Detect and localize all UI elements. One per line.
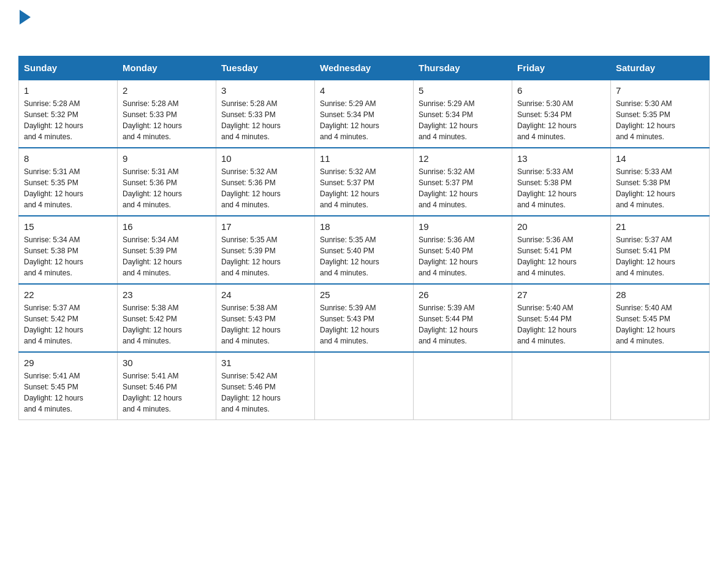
day-info: Sunrise: 5:35 AMSunset: 5:40 PMDaylight:… xyxy=(320,236,379,277)
day-info: Sunrise: 5:32 AMSunset: 5:37 PMDaylight:… xyxy=(320,167,379,209)
calendar-cell: 9 Sunrise: 5:31 AMSunset: 5:36 PMDayligh… xyxy=(118,148,216,216)
day-info: Sunrise: 5:36 AMSunset: 5:41 PMDaylight:… xyxy=(517,236,577,277)
day-info: Sunrise: 5:38 AMSunset: 5:42 PMDaylight:… xyxy=(123,304,182,345)
calendar-cell: 24 Sunrise: 5:38 AMSunset: 5:43 PMDaylig… xyxy=(216,284,315,352)
calendar-cell: 13 Sunrise: 5:33 AMSunset: 5:38 PMDaylig… xyxy=(512,148,611,216)
day-info: Sunrise: 5:29 AMSunset: 5:34 PMDaylight:… xyxy=(320,99,379,141)
day-number: 22 xyxy=(24,289,112,300)
calendar-cell: 22 Sunrise: 5:37 AMSunset: 5:42 PMDaylig… xyxy=(19,284,118,352)
day-info: Sunrise: 5:31 AMSunset: 5:35 PMDaylight:… xyxy=(24,167,83,209)
day-number: 20 xyxy=(517,221,605,232)
day-info: Sunrise: 5:37 AMSunset: 5:42 PMDaylight:… xyxy=(24,304,83,345)
day-number: 31 xyxy=(221,358,309,368)
day-info: Sunrise: 5:28 AMSunset: 5:33 PMDaylight:… xyxy=(221,99,281,141)
day-info: Sunrise: 5:29 AMSunset: 5:34 PMDaylight:… xyxy=(419,99,478,141)
day-number: 12 xyxy=(419,153,507,164)
day-number: 16 xyxy=(123,221,211,232)
day-info: Sunrise: 5:31 AMSunset: 5:36 PMDaylight:… xyxy=(123,167,182,209)
day-number: 14 xyxy=(616,153,704,164)
day-number: 24 xyxy=(221,289,309,300)
calendar-cell: 19 Sunrise: 5:36 AMSunset: 5:40 PMDaylig… xyxy=(414,216,512,284)
calendar-cell: 26 Sunrise: 5:39 AMSunset: 5:44 PMDaylig… xyxy=(414,284,512,352)
day-number: 13 xyxy=(517,153,605,164)
page-header xyxy=(18,12,710,44)
day-info: Sunrise: 5:35 AMSunset: 5:39 PMDaylight:… xyxy=(221,236,281,277)
calendar-cell: 12 Sunrise: 5:32 AMSunset: 5:37 PMDaylig… xyxy=(414,148,512,216)
day-number: 30 xyxy=(123,358,211,368)
calendar-cell: 23 Sunrise: 5:38 AMSunset: 5:42 PMDaylig… xyxy=(118,284,216,352)
day-number: 27 xyxy=(517,289,605,300)
week-row-1: 1 Sunrise: 5:28 AMSunset: 5:32 PMDayligh… xyxy=(19,80,710,148)
day-number: 10 xyxy=(221,153,309,164)
calendar-cell: 25 Sunrise: 5:39 AMSunset: 5:43 PMDaylig… xyxy=(315,284,414,352)
calendar-cell: 31 Sunrise: 5:42 AMSunset: 5:46 PMDaylig… xyxy=(216,352,315,420)
calendar-cell: 1 Sunrise: 5:28 AMSunset: 5:32 PMDayligh… xyxy=(19,80,118,148)
calendar-cell: 17 Sunrise: 5:35 AMSunset: 5:39 PMDaylig… xyxy=(216,216,315,284)
calendar-cell xyxy=(611,352,710,420)
day-info: Sunrise: 5:40 AMSunset: 5:44 PMDaylight:… xyxy=(517,304,577,345)
calendar-cell: 5 Sunrise: 5:29 AMSunset: 5:34 PMDayligh… xyxy=(414,80,512,148)
calendar-cell xyxy=(512,352,611,420)
calendar-cell: 30 Sunrise: 5:41 AMSunset: 5:46 PMDaylig… xyxy=(118,352,216,420)
calendar-cell: 6 Sunrise: 5:30 AMSunset: 5:34 PMDayligh… xyxy=(512,80,611,148)
day-info: Sunrise: 5:30 AMSunset: 5:34 PMDaylight:… xyxy=(517,99,577,141)
day-info: Sunrise: 5:39 AMSunset: 5:43 PMDaylight:… xyxy=(320,304,379,345)
calendar-cell: 2 Sunrise: 5:28 AMSunset: 5:33 PMDayligh… xyxy=(118,80,216,148)
calendar-cell: 14 Sunrise: 5:33 AMSunset: 5:38 PMDaylig… xyxy=(611,148,710,216)
day-number: 23 xyxy=(123,289,211,300)
day-number: 6 xyxy=(517,85,605,96)
calendar-cell: 4 Sunrise: 5:29 AMSunset: 5:34 PMDayligh… xyxy=(315,80,414,148)
day-info: Sunrise: 5:39 AMSunset: 5:44 PMDaylight:… xyxy=(419,304,478,345)
day-info: Sunrise: 5:37 AMSunset: 5:41 PMDaylight:… xyxy=(616,236,675,277)
calendar-cell: 15 Sunrise: 5:34 AMSunset: 5:38 PMDaylig… xyxy=(19,216,118,284)
column-header-saturday: Saturday xyxy=(611,56,710,80)
day-info: Sunrise: 5:41 AMSunset: 5:45 PMDaylight:… xyxy=(24,372,83,413)
calendar-cell: 29 Sunrise: 5:41 AMSunset: 5:45 PMDaylig… xyxy=(19,352,118,420)
day-number: 29 xyxy=(24,358,112,368)
column-header-monday: Monday xyxy=(118,56,216,80)
day-number: 17 xyxy=(221,221,309,232)
day-info: Sunrise: 5:36 AMSunset: 5:40 PMDaylight:… xyxy=(419,236,478,277)
header-row: SundayMondayTuesdayWednesdayThursdayFrid… xyxy=(19,56,710,80)
day-number: 7 xyxy=(616,85,704,96)
calendar-cell: 28 Sunrise: 5:40 AMSunset: 5:45 PMDaylig… xyxy=(611,284,710,352)
calendar-cell: 7 Sunrise: 5:30 AMSunset: 5:35 PMDayligh… xyxy=(611,80,710,148)
day-info: Sunrise: 5:33 AMSunset: 5:38 PMDaylight:… xyxy=(517,167,577,209)
day-number: 4 xyxy=(320,85,408,96)
calendar-cell: 20 Sunrise: 5:36 AMSunset: 5:41 PMDaylig… xyxy=(512,216,611,284)
calendar-cell xyxy=(315,352,414,420)
calendar-cell: 21 Sunrise: 5:37 AMSunset: 5:41 PMDaylig… xyxy=(611,216,710,284)
day-info: Sunrise: 5:32 AMSunset: 5:37 PMDaylight:… xyxy=(419,167,478,209)
week-row-3: 15 Sunrise: 5:34 AMSunset: 5:38 PMDaylig… xyxy=(19,216,710,284)
calendar-table: SundayMondayTuesdayWednesdayThursdayFrid… xyxy=(18,56,710,420)
day-number: 26 xyxy=(419,289,507,300)
week-row-2: 8 Sunrise: 5:31 AMSunset: 5:35 PMDayligh… xyxy=(19,148,710,216)
day-number: 18 xyxy=(320,221,408,232)
day-number: 5 xyxy=(419,85,507,96)
calendar-cell: 11 Sunrise: 5:32 AMSunset: 5:37 PMDaylig… xyxy=(315,148,414,216)
day-info: Sunrise: 5:40 AMSunset: 5:45 PMDaylight:… xyxy=(616,304,675,345)
day-number: 8 xyxy=(24,153,112,164)
day-info: Sunrise: 5:34 AMSunset: 5:38 PMDaylight:… xyxy=(24,236,83,277)
day-info: Sunrise: 5:30 AMSunset: 5:35 PMDaylight:… xyxy=(616,99,675,141)
day-info: Sunrise: 5:33 AMSunset: 5:38 PMDaylight:… xyxy=(616,167,675,209)
day-number: 3 xyxy=(221,85,309,96)
logo-triangle-icon xyxy=(20,10,31,25)
day-info: Sunrise: 5:38 AMSunset: 5:43 PMDaylight:… xyxy=(221,304,281,345)
day-info: Sunrise: 5:32 AMSunset: 5:36 PMDaylight:… xyxy=(221,167,281,209)
calendar-cell: 8 Sunrise: 5:31 AMSunset: 5:35 PMDayligh… xyxy=(19,148,118,216)
day-number: 15 xyxy=(24,221,112,232)
week-row-5: 29 Sunrise: 5:41 AMSunset: 5:45 PMDaylig… xyxy=(19,352,710,420)
logo xyxy=(18,12,31,44)
calendar-cell xyxy=(414,352,512,420)
day-info: Sunrise: 5:41 AMSunset: 5:46 PMDaylight:… xyxy=(123,372,182,413)
day-number: 11 xyxy=(320,153,408,164)
calendar-cell: 16 Sunrise: 5:34 AMSunset: 5:39 PMDaylig… xyxy=(118,216,216,284)
column-header-sunday: Sunday xyxy=(19,56,118,80)
day-number: 21 xyxy=(616,221,704,232)
day-number: 28 xyxy=(616,289,704,300)
column-header-thursday: Thursday xyxy=(414,56,512,80)
calendar-cell: 18 Sunrise: 5:35 AMSunset: 5:40 PMDaylig… xyxy=(315,216,414,284)
day-number: 2 xyxy=(123,85,211,96)
calendar-cell: 3 Sunrise: 5:28 AMSunset: 5:33 PMDayligh… xyxy=(216,80,315,148)
